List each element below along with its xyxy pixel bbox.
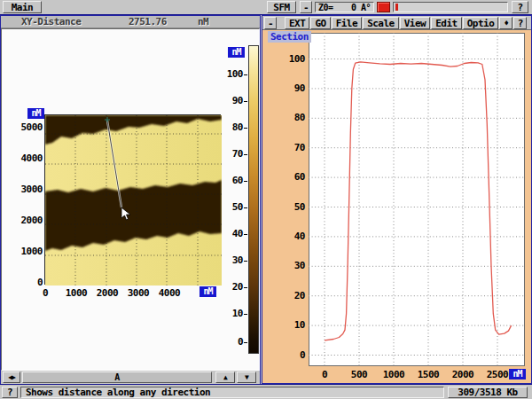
window-title: XY-Distance: [21, 16, 81, 28]
image-x-tick-label: 0: [29, 288, 61, 299]
xy-distance-window: XY-Distance 2751.76 nM nM nM nM 50004000…: [0, 15, 261, 384]
plot-y-tick-label: 40: [266, 231, 305, 242]
status-message: Shows distance along any direction: [20, 387, 444, 398]
menu-ext-button[interactable]: EXT: [285, 17, 309, 29]
plot-y-tick-label: 50: [266, 202, 305, 213]
red-indicator-button[interactable]: [377, 2, 390, 12]
image-y-tick-label: 0: [4, 278, 43, 288]
xy-distance-titlebar[interactable]: XY-Distance 2751.76 nM: [1, 16, 260, 28]
image-y-tick-label: 2000: [4, 215, 43, 226]
image-x-tick-label: 4000: [153, 288, 185, 299]
colorbar-tick-mark: [244, 342, 247, 343]
afm-image-graphic: [45, 115, 222, 286]
colorbar-tick-mark: [244, 74, 247, 75]
plot-x-tick-label: 500: [341, 370, 377, 380]
section-menubar-items: EXTGOFileScaleViewEditOptio: [285, 17, 498, 29]
memory-usage: 309/3518 Kb: [448, 387, 528, 398]
sfm-button[interactable]: SFM: [267, 1, 296, 13]
plot-title: Section: [268, 31, 311, 43]
section-menubar: - EXTGOFileScaleViewEditOptio ♦ ?: [262, 16, 531, 30]
scroll-left-right-button[interactable]: ◀▶: [3, 372, 20, 383]
menu-optio-button[interactable]: Optio: [463, 17, 499, 29]
menu-scale-button[interactable]: Scale: [363, 17, 399, 29]
distance-value: 2751.76: [129, 16, 167, 28]
colorbar-tick-mark: [244, 234, 247, 235]
plot-gridlines: [309, 33, 525, 366]
section-profile-curve: [325, 62, 512, 340]
scroll-down-button[interactable]: ▼: [237, 372, 256, 383]
status-bar: ? Shows distance along any direction 309…: [0, 384, 532, 399]
minimize-button-section[interactable]: -: [264, 17, 277, 29]
plot-x-unit-badge: nM: [509, 369, 526, 379]
colorbar-tick-mark: [244, 181, 247, 182]
image-x-tick-label: 3000: [122, 288, 154, 299]
colorbar-tick-mark: [244, 101, 247, 102]
menu-view-button[interactable]: View: [400, 17, 431, 29]
z0-value: 0 A°: [351, 3, 371, 12]
image-view-area: nM nM nM 500040003000200010000 010002000…: [1, 28, 260, 371]
image-x-tick-label: 1000: [60, 288, 92, 299]
plot-x-tick-label: 1000: [376, 370, 411, 380]
colorbar-tick-mark: [244, 154, 247, 155]
y-axis-unit-badge: nM: [27, 108, 44, 119]
plot-x-tick-label: 1500: [411, 370, 446, 380]
minimize-button-top[interactable]: -: [300, 1, 312, 13]
section-panel: - EXTGOFileScaleViewEditOptio ♦ ? Sectio…: [262, 15, 532, 384]
help-button-status[interactable]: ?: [2, 387, 18, 398]
menu-go-button[interactable]: GO: [310, 17, 330, 29]
plot-y-tick-label: 90: [266, 83, 305, 94]
colorbar-tick-mark: [244, 128, 247, 129]
menu-file-button[interactable]: File: [332, 17, 363, 29]
z0-label: Z0=: [318, 3, 333, 12]
input-caret: [395, 4, 398, 11]
section-plot-graphic: [309, 33, 525, 366]
scroll-up-button[interactable]: ▲: [215, 372, 235, 383]
height-colorbar: [248, 45, 259, 354]
afm-topography-image[interactable]: [44, 114, 221, 285]
plot-y-tick-label: 80: [266, 113, 305, 123]
command-input-field[interactable]: [393, 2, 508, 12]
distance-unit: nM: [198, 16, 208, 28]
main-menu-button[interactable]: Main: [3, 1, 42, 13]
colorbar-tick-label: 100: [207, 69, 243, 80]
image-y-tick-label: 3000: [4, 184, 43, 195]
z0-field[interactable]: Z0= 0 A°: [315, 2, 374, 12]
plot-y-tick-label: 60: [266, 172, 305, 183]
image-y-tick-label: 4000: [4, 153, 43, 164]
top-menu-bar: Main SFM - Z0= 0 A° ?: [0, 0, 532, 15]
colorbar-tick-mark: [244, 287, 247, 288]
image-y-tick-label: 1000: [4, 246, 43, 257]
colorbar-tick-label: 90: [207, 96, 243, 106]
plot-y-tick-label: 70: [266, 143, 305, 153]
menu-edit-button[interactable]: Edit: [431, 17, 462, 29]
plot-x-tick-label: 0: [307, 370, 342, 380]
colorbar-tick-label: 10: [207, 309, 243, 319]
colorbar-tick-mark: [244, 207, 247, 208]
plot-x-tick-label: 2000: [445, 370, 481, 380]
colorbar-tick-mark: [244, 314, 247, 315]
image-x-tick-label: 2000: [91, 288, 123, 299]
help-button-top[interactable]: ?: [512, 1, 528, 13]
plot-y-tick-label: 20: [266, 291, 305, 301]
plot-y-tick-label: 0: [266, 350, 305, 361]
colorbar-unit-badge: nM: [228, 47, 245, 58]
window-scroll-row: ◀▶ A ▲ ▼: [1, 371, 260, 384]
image-y-tick-label: 5000: [4, 122, 43, 133]
plot-y-tick-label: 30: [266, 261, 305, 271]
help-button-section[interactable]: ?: [513, 17, 527, 29]
colorbar-tick-label: 0: [207, 337, 243, 348]
plot-y-tick-label: 100: [266, 54, 305, 65]
colorbar-tick-mark: [244, 261, 247, 262]
scroll-track[interactable]: A: [22, 372, 212, 383]
plot-y-tick-label: 10: [266, 320, 305, 331]
updown-button[interactable]: ♦: [499, 17, 512, 29]
